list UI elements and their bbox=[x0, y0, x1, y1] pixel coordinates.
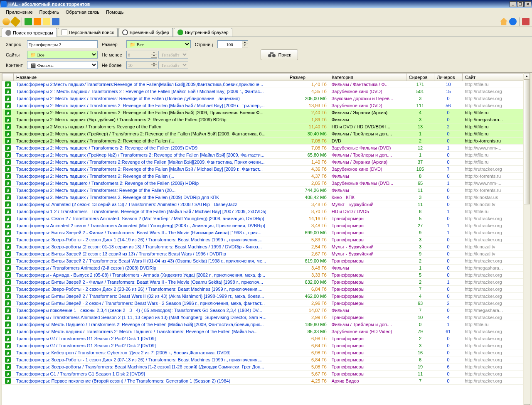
sites-select[interactable]: 📁 Все bbox=[27, 51, 98, 59]
torrent-title-link[interactable]: Трансформеры / Transformers Animated Sea… bbox=[16, 315, 266, 320]
exit-icon[interactable] bbox=[522, 18, 530, 25]
scroll-thumb[interactable] bbox=[524, 80, 530, 204]
table-row[interactable]: μТрансформеры / Transformers Animated Se… bbox=[2, 314, 523, 321]
table-row[interactable]: μТрансформеры: Зверо-роботы / Transforme… bbox=[2, 363, 523, 371]
table-row[interactable]: μТрансформеры: Битвы Зверей (2 сезон: 13… bbox=[2, 250, 523, 258]
tab-internal-browser[interactable]: Внутренний браузер bbox=[174, 28, 232, 37]
vertical-scrollbar[interactable]: ▲ ▼ bbox=[523, 73, 530, 405]
table-row[interactable]: μТрансформеры: Битвы Зверей 2 / Transfor… bbox=[2, 258, 523, 265]
green-icon[interactable] bbox=[25, 18, 32, 25]
torrent-title-link[interactable]: Трансформеры - Армада - Выпуск 2 (05-08)… bbox=[16, 272, 265, 277]
yellow-icon[interactable] bbox=[43, 18, 50, 25]
key-icon[interactable] bbox=[10, 16, 20, 27]
torrent-title-link[interactable]: Трансформеры 2: Месть падших / Transform… bbox=[16, 167, 263, 172]
table-row[interactable]: μТрансформеры: Кибертрон / Transformers:… bbox=[2, 349, 523, 356]
content-select[interactable]: 🎬 Фильмы bbox=[27, 61, 98, 69]
table-row[interactable]: μТрансформеры 2: Месть падших / Transfor… bbox=[2, 95, 523, 102]
torrent-title-link[interactable]: Трансформеры: Зверо-Роботы - 2 сезон Дис… bbox=[16, 287, 262, 292]
table-row[interactable]: μТрансформеры: Зверо-роботы (2 сезон: 01… bbox=[2, 243, 523, 250]
table-row[interactable]: μТрансформеры 2: Месть падших (Трейлер №… bbox=[2, 152, 523, 159]
torrent-title-link[interactable]: Трансформеры: Битвы Зверей 2 / Transform… bbox=[16, 294, 264, 299]
torrent-title-link[interactable]: Трансформеры 2: Месть падших / Transform… bbox=[16, 103, 264, 108]
table-row[interactable]: μТрансформеры 1-2 / Transformers - Trans… bbox=[2, 208, 523, 215]
torrent-title-link[interactable]: Трансформеры 2. Месть падших / Transform… bbox=[16, 195, 219, 200]
size-select[interactable]: 📁 Все bbox=[126, 40, 191, 48]
table-row[interactable]: μТрансформеры 2: Месть падшего / Transfo… bbox=[2, 180, 523, 187]
table-row[interactable]: μТрансформеры 2: Месть падших / Transfor… bbox=[2, 173, 523, 180]
torrent-title-link[interactable]: Трансформеры G1/ Transformers G1 Season … bbox=[16, 343, 155, 348]
torrent-title-link[interactable]: Трансформеры: Битвы Зверей 2 / Transform… bbox=[16, 258, 266, 263]
search-button[interactable]: Поиск bbox=[261, 49, 298, 60]
torrent-title-link[interactable]: Трансформеры 2 Месть падших / Transforme… bbox=[16, 124, 161, 129]
table-row[interactable]: μТрансформеры 2: Месть падших / Transfor… bbox=[2, 159, 523, 166]
table-row[interactable]: μТрансформеры - Армада - Выпуск 2 (05-08… bbox=[2, 272, 523, 279]
menu-profile[interactable]: Профиль bbox=[36, 9, 63, 15]
menu-help[interactable]: Помощь bbox=[103, 9, 127, 15]
table-row[interactable]: μТрансформеры 2. Месть падших / Transfor… bbox=[2, 194, 523, 201]
torrent-title-link[interactable]: Трансформеры поколение 1 - сезоны 2,3,4 … bbox=[16, 308, 262, 313]
table-row[interactable]: μТрансформеры: Первое поколение (Второй … bbox=[2, 378, 523, 385]
torrent-title-link[interactable]: Трансформеры / Transformers Animated (2-… bbox=[16, 265, 156, 270]
torrent-title-link[interactable]: Трансформеры 2: Месть падших (Укр. дубля… bbox=[16, 117, 226, 122]
table-row[interactable]: μТрансформеры / Transformers Animated (2… bbox=[2, 265, 523, 272]
torrent-title-link[interactable]: Трансформеры: Битвы Зверей 2 - Фильм / T… bbox=[16, 280, 263, 285]
torrent-title-link[interactable]: Трансформеры 2:Месть падших/Transformers… bbox=[16, 82, 263, 87]
table-row[interactable]: μТрансформеры G1/ Transformers G1 Season… bbox=[2, 335, 523, 342]
table-row[interactable]: μТрансформеры: Месть Падшего / Transform… bbox=[2, 321, 523, 328]
torrent-title-link[interactable]: Трансформеры: Зверо-Роботы - 1 сезон Дис… bbox=[16, 357, 262, 362]
torrent-title-link[interactable]: Трансформеры 1-2 / Transformers - Transf… bbox=[16, 209, 266, 214]
scroll-up-button[interactable]: ▲ bbox=[524, 73, 530, 80]
col-leechers[interactable]: Личеров bbox=[434, 74, 462, 81]
torrent-title-link[interactable]: Трансформеры: Зверо-роботы (2 сезон: 01-… bbox=[16, 244, 261, 249]
table-row[interactable]: μТрансформеры: Зверо-Роботы - 2 сезон Ди… bbox=[2, 236, 523, 243]
torrent-title-link[interactable]: Трансформеры: Первое поколение (Второй с… bbox=[16, 378, 230, 383]
torrent-title-link[interactable]: Трансформеры: Битвы Зверей - 2 сезон / T… bbox=[16, 301, 265, 306]
table-row[interactable]: μТрансформеры. Сезон 2 / Transformers An… bbox=[2, 215, 523, 222]
orange-icon[interactable] bbox=[34, 18, 41, 25]
table-row[interactable]: μТрансформеры: Зверо-Роботы - 2 сезон Ди… bbox=[2, 286, 523, 293]
torrent-title-link[interactable]: Трансформеры: Битвы Зверей 2 - Фильм / T… bbox=[16, 230, 261, 235]
torrent-title-link[interactable]: Трансформеры 2: Месть падших / Transform… bbox=[16, 96, 239, 101]
tab-temp-buffer[interactable]: Временный буфер bbox=[118, 28, 173, 37]
minimize-button[interactable]: _ bbox=[510, 1, 516, 7]
table-row[interactable]: μТрансформеры 2: Месть падших (Укр. дубл… bbox=[2, 116, 523, 123]
table-row[interactable]: μТрансформеры G1/ Transformers G1 Season… bbox=[2, 342, 523, 349]
home-icon[interactable] bbox=[500, 18, 507, 25]
torrent-title-link[interactable]: Трансформеры 2 : Месть падших / Transfor… bbox=[16, 89, 264, 94]
table-row[interactable]: μТрансформеры G1 / Transformers G1 Seaso… bbox=[2, 371, 523, 378]
table-row[interactable]: μТрансформеры 2: Месть падших / Transfor… bbox=[2, 137, 523, 145]
col-icon[interactable] bbox=[2, 74, 14, 81]
query-input[interactable] bbox=[27, 40, 98, 48]
pages-spinner[interactable]: ▲▼ bbox=[217, 40, 248, 48]
blue-icon[interactable] bbox=[52, 18, 59, 25]
settings-icon[interactable] bbox=[2, 18, 10, 25]
table-row[interactable]: μТрансформеры 2: Месть падших / Transfor… bbox=[2, 166, 523, 173]
table-row[interactable]: μТрансформеры: Animated (2 сезон: 13 сер… bbox=[2, 201, 523, 208]
torrent-title-link[interactable]: Трансформеры 2: Месть падшего / Transfor… bbox=[16, 145, 197, 150]
col-size[interactable]: Размер bbox=[287, 74, 329, 81]
maximize-button[interactable]: ❐ bbox=[517, 1, 524, 7]
menu-feedback[interactable]: Обратная связь bbox=[62, 9, 103, 15]
table-row[interactable]: μТрансформеры 2: Месть падших / Transfor… bbox=[2, 187, 523, 194]
torrent-title-link[interactable]: Трансформеры 2: Месть падшего / Transfor… bbox=[16, 181, 199, 186]
torrent-title-link[interactable]: Трансформеры 2: Месть падших (Трейлер №2… bbox=[16, 152, 264, 157]
torrent-title-link[interactable]: Трансформеры 2: Месть падших / Transform… bbox=[16, 188, 175, 193]
table-row[interactable]: μТрансформеры 2: Месть падших / Transfor… bbox=[2, 102, 523, 109]
table-row[interactable]: μТрансформеры: Битвы Зверей 2 - Фильм / … bbox=[2, 279, 523, 286]
torrent-title-link[interactable]: Трансформеры. Сезон 2 / Transformers Ani… bbox=[16, 216, 264, 221]
torrent-title-link[interactable]: Трансформеры Animated 2 сезон / Transfor… bbox=[16, 223, 265, 228]
table-row[interactable]: μТрансформеры: Битвы Зверей - 2 сезон / … bbox=[2, 300, 523, 307]
torrent-title-link[interactable]: Трансформеры: Месть падших / Transformer… bbox=[16, 329, 257, 334]
torrent-title-link[interactable]: Трансформеры: Зверо-Роботы - 2 сезон Дис… bbox=[16, 237, 262, 242]
torrent-title-link[interactable]: Трансформеры 2: Месть падших (Трейлер) /… bbox=[16, 131, 265, 136]
torrent-title-link[interactable]: Трансформеры: Зверо-роботы / Transformer… bbox=[16, 364, 264, 369]
menu-app[interactable]: Приложение bbox=[2, 9, 36, 15]
col-category[interactable]: Категория bbox=[329, 74, 406, 81]
tab-personal-search[interactable]: Персональный поиск bbox=[58, 28, 118, 37]
close-button[interactable]: ✕ bbox=[525, 1, 531, 7]
torrent-title-link[interactable]: Трансформеры: Битвы Зверей (2 сезон: 13 … bbox=[16, 251, 226, 256]
torrent-title-link[interactable]: Трансформеры: Кибертрон / Transformers: … bbox=[16, 350, 230, 355]
tab-tracker-search[interactable]: Поиск по трекерам bbox=[2, 28, 57, 37]
torrent-title-link[interactable]: Трансформеры G1/ Transformers G1 Season … bbox=[16, 336, 155, 341]
table-row[interactable]: μТрансформеры 2 : Месть падших / Transfo… bbox=[2, 88, 523, 95]
